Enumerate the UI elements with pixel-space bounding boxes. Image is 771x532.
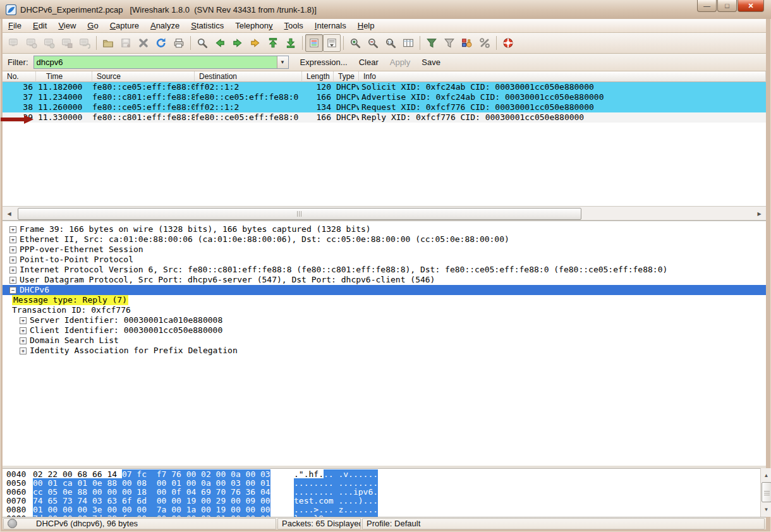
capture-comment-icon[interactable] bbox=[21, 519, 31, 528]
expand-icon[interactable]: + bbox=[9, 257, 16, 263]
hex-ascii[interactable]: ........ ...ipv6. bbox=[294, 488, 378, 497]
menu-view[interactable]: View bbox=[52, 19, 82, 32]
hex-ascii[interactable]: ........ ........ bbox=[294, 479, 378, 488]
file-open-button[interactable] bbox=[99, 34, 117, 52]
column-header-length[interactable]: Length bbox=[302, 71, 334, 82]
packet-row-39[interactable]: 3911.330000fe80::c801:eff:fe88:8fe80::ce… bbox=[3, 112, 766, 123]
menu-capture[interactable]: Capture bbox=[104, 19, 145, 32]
hex-row-0050[interactable]: 005000 01 ca 01 0e 88 00 08 00 01 00 0a … bbox=[3, 479, 766, 488]
go-to-packet-button[interactable] bbox=[246, 34, 264, 52]
expand-icon[interactable]: + bbox=[20, 337, 27, 344]
close-button[interactable]: ✕ bbox=[738, 0, 764, 12]
menu-help[interactable]: Help bbox=[352, 19, 380, 32]
hex-bytes[interactable]: 00 01 ca 01 0e 88 00 08 00 01 00 0a 00 0… bbox=[33, 479, 270, 488]
status-profile[interactable]: Profile: Default bbox=[362, 518, 765, 529]
print-button[interactable] bbox=[170, 34, 188, 52]
scroll-right-arrow[interactable]: ▶ bbox=[754, 207, 765, 221]
expand-icon[interactable]: + bbox=[9, 226, 16, 233]
column-header-source[interactable]: Source bbox=[92, 71, 195, 82]
auto-scroll-button[interactable] bbox=[323, 34, 341, 52]
hex-row-0080[interactable]: 008001 00 00 00 3e 00 00 00 7a 00 1a 00 … bbox=[3, 505, 766, 514]
coloring-rules-button[interactable] bbox=[458, 34, 476, 52]
menu-statistics[interactable]: Statistics bbox=[185, 19, 229, 32]
hex-scrollbar-thumb[interactable] bbox=[762, 482, 771, 502]
expression-button[interactable]: Expression... bbox=[300, 57, 348, 67]
expand-icon[interactable]: + bbox=[20, 317, 27, 324]
expand-icon[interactable]: + bbox=[9, 277, 16, 284]
horizontal-scrollbar[interactable]: ◀ ▶ bbox=[3, 206, 766, 221]
hex-bytes[interactable]: 74 65 73 74 03 63 6f 6d 00 00 19 00 29 0… bbox=[33, 497, 270, 505]
capture-filters-button[interactable] bbox=[423, 34, 440, 52]
zoom-out-button[interactable] bbox=[364, 34, 382, 52]
go-forward-button[interactable] bbox=[229, 34, 246, 52]
hex-ascii[interactable]: test.com ....)... bbox=[294, 497, 378, 505]
expand-icon[interactable]: + bbox=[9, 267, 16, 274]
menu-analyze[interactable]: Analyze bbox=[145, 19, 185, 32]
column-header-info[interactable]: Info bbox=[359, 71, 766, 82]
filter-input[interactable] bbox=[34, 56, 282, 68]
scroll-down-arrow[interactable]: ▼ bbox=[761, 503, 771, 516]
hex-row-0060[interactable]: 0060cc 05 0e 88 00 00 00 18 00 0f 04 69 … bbox=[3, 488, 766, 497]
file-close-button[interactable] bbox=[135, 34, 152, 52]
hex-vertical-scrollbar[interactable]: ▲ ▼ bbox=[760, 468, 771, 517]
column-header-type[interactable]: Type bbox=[334, 71, 359, 82]
packet-row-36[interactable]: 3611.182000fe80::ce05:eff:fe88:0ff02::1:… bbox=[3, 82, 766, 92]
hex-bytes[interactable]: cc 05 0e 88 00 00 00 18 00 0f 04 69 70 7… bbox=[33, 488, 270, 497]
horizontal-scrollbar-thumb[interactable] bbox=[18, 208, 581, 220]
minimize-button[interactable]: — bbox=[697, 0, 717, 12]
expand-icon[interactable]: + bbox=[9, 246, 16, 253]
detail-row[interactable]: +User Datagram Protocol, Src Port: dhcpv… bbox=[3, 275, 766, 285]
display-filters-button[interactable] bbox=[440, 34, 458, 52]
scroll-up-arrow[interactable]: ▲ bbox=[761, 469, 771, 482]
detail-row[interactable]: +Ethernet II, Src: ca:01:0e:88:00:06 (ca… bbox=[3, 234, 766, 245]
filter-dropdown-button[interactable]: ▼ bbox=[277, 56, 288, 68]
title-bar[interactable]: DHCPv6_Experiment2.pcap [Wireshark 1.8.0… bbox=[0, 0, 771, 19]
detail-row[interactable]: +Client Identifier: 00030001cc050e880000 bbox=[3, 325, 766, 336]
hex-row-0040[interactable]: 004002 22 00 68 66 14 07 fc f7 76 00 02 … bbox=[3, 470, 766, 479]
packet-row-37[interactable]: 3711.234000fe80::c801:eff:fe88:8fe80::ce… bbox=[3, 92, 766, 102]
detail-row[interactable]: Transaction ID: 0xfcf776 bbox=[3, 305, 766, 315]
scroll-left-arrow[interactable]: ◀ bbox=[4, 207, 15, 221]
hex-bytes[interactable]: 02 22 00 68 66 14 07 fc f7 76 00 02 00 0… bbox=[33, 470, 270, 479]
detail-row[interactable]: −DHCPv6 bbox=[3, 285, 766, 295]
detail-row[interactable]: +Identity Association for Prefix Delegat… bbox=[3, 346, 766, 356]
expert-info-icon[interactable] bbox=[8, 519, 17, 528]
go-bottom-button[interactable] bbox=[282, 34, 300, 52]
colorize-button[interactable] bbox=[305, 34, 323, 52]
expand-icon[interactable]: + bbox=[20, 327, 27, 334]
menu-telephony[interactable]: Telephony bbox=[229, 19, 278, 32]
find-button[interactable] bbox=[193, 34, 211, 52]
reload-button[interactable] bbox=[152, 34, 170, 52]
restore-button[interactable]: □ bbox=[717, 0, 737, 12]
hex-ascii[interactable]: .".hf... .v...... bbox=[294, 470, 378, 479]
help-button[interactable] bbox=[499, 34, 517, 52]
menu-tools[interactable]: Tools bbox=[279, 19, 309, 32]
menu-edit[interactable]: Edit bbox=[27, 19, 52, 32]
collapse-icon[interactable]: − bbox=[9, 287, 16, 294]
column-header-no[interactable]: No. bbox=[3, 71, 36, 82]
save-button[interactable]: Save bbox=[422, 57, 440, 67]
detail-row[interactable]: +Internet Protocol Version 6, Src: fe80:… bbox=[3, 265, 766, 275]
hex-ascii[interactable]: ....>... z....... bbox=[294, 505, 378, 514]
preferences-button[interactable] bbox=[476, 34, 494, 52]
expand-icon[interactable]: + bbox=[9, 236, 16, 243]
menu-file[interactable]: File bbox=[3, 19, 27, 32]
menu-go[interactable]: Go bbox=[82, 19, 104, 32]
expand-icon[interactable]: + bbox=[20, 348, 27, 354]
hex-row-0070[interactable]: 007074 65 73 74 03 63 6f 6d 00 00 19 00 … bbox=[3, 497, 766, 505]
detail-row[interactable]: Message type: Reply (7) bbox=[3, 295, 766, 305]
zoom-100-button[interactable]: 1:1 bbox=[382, 34, 399, 52]
detail-row[interactable]: +Domain Search List bbox=[3, 336, 766, 346]
detail-row[interactable]: +Point-to-Point Protocol bbox=[3, 255, 766, 265]
resize-columns-button[interactable] bbox=[399, 34, 417, 52]
detail-row[interactable]: +Frame 39: 166 bytes on wire (1328 bits)… bbox=[3, 224, 766, 234]
column-header-time[interactable]: Time bbox=[36, 71, 92, 82]
menu-internals[interactable]: Internals bbox=[309, 19, 352, 32]
packet-row-38[interactable]: 3811.260000fe80::ce05:eff:fe88:0ff02::1:… bbox=[3, 102, 766, 112]
detail-row[interactable]: +PPP-over-Ethernet Session bbox=[3, 245, 766, 255]
column-header-destination[interactable]: Destination bbox=[195, 71, 302, 82]
go-top-button[interactable] bbox=[264, 34, 282, 52]
clear-button[interactable]: Clear bbox=[359, 57, 379, 67]
detail-row[interactable]: +Server Identifier: 00030001ca010e880008 bbox=[3, 315, 766, 325]
hex-bytes[interactable]: 01 00 00 00 3e 00 00 00 7a 00 1a 00 19 0… bbox=[33, 505, 270, 514]
